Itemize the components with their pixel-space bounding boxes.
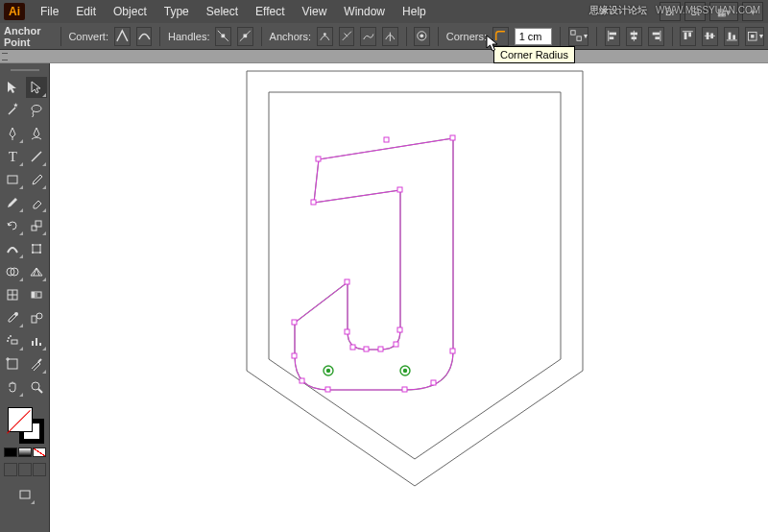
eraser-tool[interactable]	[26, 192, 48, 213]
menu-help[interactable]: Help	[395, 2, 434, 21]
align-left-button[interactable]	[605, 27, 621, 46]
svg-rect-70	[20, 491, 30, 498]
scale-tool[interactable]	[26, 215, 48, 236]
menu-effect[interactable]: Effect	[248, 2, 292, 21]
svg-rect-52	[32, 292, 35, 298]
color-mode-none[interactable]	[33, 447, 46, 457]
pen-tool[interactable]	[2, 123, 24, 144]
anchors-label: Anchors:	[270, 31, 311, 42]
convert-corner-button[interactable]	[114, 27, 131, 46]
magic-wand-tool[interactable]	[2, 100, 24, 121]
svg-rect-16	[631, 33, 637, 36]
blend-tool[interactable]	[26, 307, 48, 328]
handles-hide-button[interactable]	[237, 27, 253, 46]
color-mode-solid[interactable]	[4, 447, 17, 457]
align-top-button[interactable]	[680, 27, 696, 46]
menu-select[interactable]: Select	[199, 2, 246, 21]
corner-widget-button[interactable]	[492, 27, 509, 46]
anchor-remove-button[interactable]	[317, 27, 333, 46]
corner-radius-input[interactable]: 1 cm	[515, 28, 552, 45]
screen-mode-button[interactable]	[13, 484, 36, 505]
svg-line-4	[240, 31, 251, 41]
svg-rect-75	[402, 387, 407, 392]
svg-line-35	[32, 152, 41, 161]
svg-rect-79	[292, 320, 297, 325]
menu-window[interactable]: Window	[336, 2, 393, 21]
perspective-grid-tool[interactable]	[26, 261, 48, 282]
anchor-cut-button[interactable]	[382, 27, 398, 46]
arrange-documents-button[interactable]: ▦▾	[709, 2, 738, 21]
menu-edit[interactable]: Edit	[68, 2, 104, 21]
handles-show-button[interactable]	[215, 27, 231, 46]
free-transform-tool[interactable]	[26, 238, 48, 259]
svg-point-91	[327, 370, 330, 373]
stock-button[interactable]: St	[684, 2, 706, 21]
bridge-button[interactable]: Br	[660, 2, 681, 21]
align-to-button[interactable]: ▾	[568, 27, 588, 46]
curvature-tool[interactable]	[26, 123, 48, 144]
fill-stroke-swatch[interactable]	[6, 405, 44, 444]
menu-object[interactable]: Object	[106, 2, 155, 21]
draw-behind[interactable]	[18, 463, 32, 476]
svg-rect-78	[292, 353, 297, 358]
gpu-icon[interactable]: ✦	[742, 2, 763, 21]
paintbrush-tool[interactable]	[26, 169, 48, 190]
width-tool[interactable]	[2, 238, 24, 259]
shape-builder-tool[interactable]	[2, 261, 24, 282]
draw-normal[interactable]	[4, 463, 17, 476]
tools-grip-icon[interactable]	[2, 67, 47, 73]
align-bottom-button[interactable]	[724, 27, 740, 46]
anchor-add-button[interactable]	[339, 27, 355, 46]
symbol-sprayer-tool[interactable]	[2, 330, 24, 351]
svg-line-2	[226, 37, 229, 41]
svg-rect-23	[689, 33, 692, 37]
menu-view[interactable]: View	[295, 2, 335, 21]
svg-point-41	[39, 244, 41, 246]
svg-rect-0	[222, 35, 226, 38]
column-graph-tool[interactable]	[26, 330, 48, 351]
slice-tool[interactable]	[26, 353, 48, 375]
direct-selection-tool[interactable]	[26, 77, 48, 98]
svg-rect-80	[345, 279, 349, 284]
svg-rect-83	[364, 347, 369, 351]
gradient-tool[interactable]	[26, 284, 48, 305]
zoom-tool[interactable]	[26, 376, 48, 398]
menu-type[interactable]: Type	[156, 2, 197, 21]
selection-tool[interactable]	[2, 77, 24, 98]
align-hcenter-button[interactable]	[626, 27, 642, 46]
svg-rect-86	[397, 327, 402, 332]
svg-point-68	[32, 382, 39, 390]
align-vcenter-button[interactable]	[702, 27, 718, 46]
transform-panel-button[interactable]: ▾	[745, 27, 764, 46]
color-mode-gradient[interactable]	[18, 447, 32, 457]
convert-smooth-button[interactable]	[136, 27, 153, 46]
app-badge: Ai	[4, 3, 25, 20]
artboard-tool[interactable]	[2, 353, 24, 375]
draw-inside[interactable]	[33, 463, 46, 476]
svg-point-59	[10, 335, 12, 337]
svg-rect-20	[655, 36, 660, 39]
mesh-tool[interactable]	[2, 284, 24, 305]
rectangle-tool[interactable]	[2, 169, 24, 190]
corner-radius-tooltip: Corner Radius	[493, 46, 575, 63]
svg-line-1	[218, 31, 222, 35]
hand-tool[interactable]	[2, 376, 24, 398]
anchor-connect-button[interactable]	[360, 27, 376, 46]
menu-file[interactable]: File	[33, 2, 66, 21]
artwork	[50, 63, 768, 532]
fill-swatch[interactable]	[8, 407, 33, 432]
svg-point-9	[420, 35, 424, 38]
rotate-tool[interactable]	[2, 215, 24, 236]
isolate-button[interactable]	[414, 27, 430, 46]
align-right-button[interactable]	[648, 27, 664, 46]
type-tool[interactable]: T	[2, 146, 24, 167]
canvas[interactable]	[50, 63, 768, 532]
line-segment-tool[interactable]	[26, 146, 48, 167]
eyedropper-tool[interactable]	[2, 307, 24, 328]
svg-rect-26	[710, 34, 713, 39]
svg-point-40	[32, 244, 34, 246]
document-tab-strip[interactable]	[0, 50, 768, 63]
svg-rect-62	[36, 338, 37, 346]
pencil-tool[interactable]	[2, 192, 24, 213]
lasso-tool[interactable]	[26, 100, 48, 121]
